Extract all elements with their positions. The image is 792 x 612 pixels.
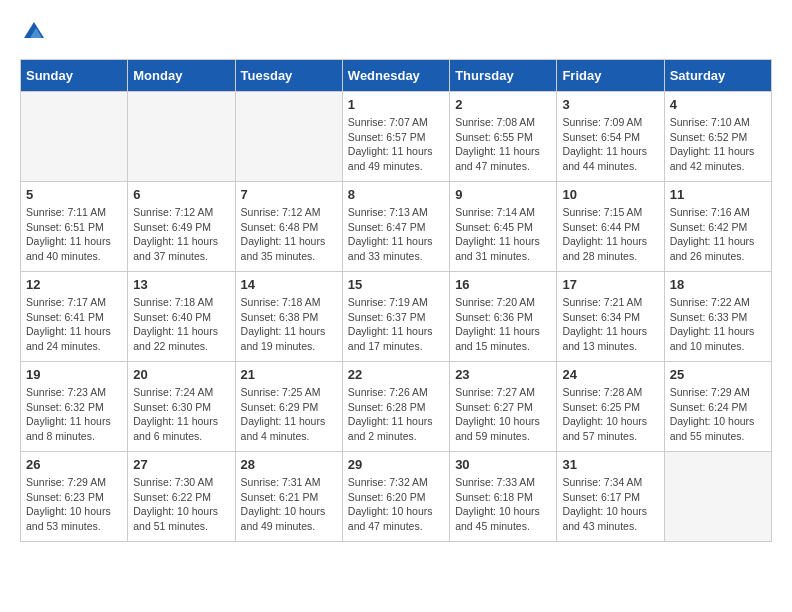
- calendar-cell: 1Sunrise: 7:07 AM Sunset: 6:57 PM Daylig…: [342, 92, 449, 182]
- calendar-cell: [128, 92, 235, 182]
- day-number: 29: [348, 457, 444, 472]
- day-info: Sunrise: 7:19 AM Sunset: 6:37 PM Dayligh…: [348, 295, 444, 354]
- week-row-2: 5Sunrise: 7:11 AM Sunset: 6:51 PM Daylig…: [21, 182, 772, 272]
- day-number: 18: [670, 277, 766, 292]
- day-number: 13: [133, 277, 229, 292]
- header-friday: Friday: [557, 60, 664, 92]
- calendar-cell: 12Sunrise: 7:17 AM Sunset: 6:41 PM Dayli…: [21, 272, 128, 362]
- day-number: 27: [133, 457, 229, 472]
- day-info: Sunrise: 7:18 AM Sunset: 6:40 PM Dayligh…: [133, 295, 229, 354]
- day-info: Sunrise: 7:33 AM Sunset: 6:18 PM Dayligh…: [455, 475, 551, 534]
- day-info: Sunrise: 7:25 AM Sunset: 6:29 PM Dayligh…: [241, 385, 337, 444]
- day-number: 11: [670, 187, 766, 202]
- day-number: 2: [455, 97, 551, 112]
- day-number: 1: [348, 97, 444, 112]
- calendar-cell: 14Sunrise: 7:18 AM Sunset: 6:38 PM Dayli…: [235, 272, 342, 362]
- day-info: Sunrise: 7:13 AM Sunset: 6:47 PM Dayligh…: [348, 205, 444, 264]
- day-info: Sunrise: 7:23 AM Sunset: 6:32 PM Dayligh…: [26, 385, 122, 444]
- calendar-cell: 6Sunrise: 7:12 AM Sunset: 6:49 PM Daylig…: [128, 182, 235, 272]
- day-number: 4: [670, 97, 766, 112]
- calendar-cell: 2Sunrise: 7:08 AM Sunset: 6:55 PM Daylig…: [450, 92, 557, 182]
- day-info: Sunrise: 7:24 AM Sunset: 6:30 PM Dayligh…: [133, 385, 229, 444]
- day-info: Sunrise: 7:26 AM Sunset: 6:28 PM Dayligh…: [348, 385, 444, 444]
- day-number: 12: [26, 277, 122, 292]
- calendar-cell: [21, 92, 128, 182]
- calendar-cell: [664, 452, 771, 542]
- day-info: Sunrise: 7:17 AM Sunset: 6:41 PM Dayligh…: [26, 295, 122, 354]
- day-number: 30: [455, 457, 551, 472]
- day-number: 9: [455, 187, 551, 202]
- calendar-cell: [235, 92, 342, 182]
- calendar-cell: 11Sunrise: 7:16 AM Sunset: 6:42 PM Dayli…: [664, 182, 771, 272]
- day-info: Sunrise: 7:11 AM Sunset: 6:51 PM Dayligh…: [26, 205, 122, 264]
- day-number: 10: [562, 187, 658, 202]
- calendar-cell: 13Sunrise: 7:18 AM Sunset: 6:40 PM Dayli…: [128, 272, 235, 362]
- day-number: 23: [455, 367, 551, 382]
- header-monday: Monday: [128, 60, 235, 92]
- day-info: Sunrise: 7:32 AM Sunset: 6:20 PM Dayligh…: [348, 475, 444, 534]
- week-row-3: 12Sunrise: 7:17 AM Sunset: 6:41 PM Dayli…: [21, 272, 772, 362]
- day-info: Sunrise: 7:31 AM Sunset: 6:21 PM Dayligh…: [241, 475, 337, 534]
- calendar-cell: 5Sunrise: 7:11 AM Sunset: 6:51 PM Daylig…: [21, 182, 128, 272]
- day-info: Sunrise: 7:34 AM Sunset: 6:17 PM Dayligh…: [562, 475, 658, 534]
- day-number: 15: [348, 277, 444, 292]
- day-number: 28: [241, 457, 337, 472]
- day-info: Sunrise: 7:16 AM Sunset: 6:42 PM Dayligh…: [670, 205, 766, 264]
- calendar-cell: 15Sunrise: 7:19 AM Sunset: 6:37 PM Dayli…: [342, 272, 449, 362]
- day-info: Sunrise: 7:18 AM Sunset: 6:38 PM Dayligh…: [241, 295, 337, 354]
- day-number: 25: [670, 367, 766, 382]
- day-number: 24: [562, 367, 658, 382]
- day-number: 5: [26, 187, 122, 202]
- day-number: 6: [133, 187, 229, 202]
- calendar-cell: 24Sunrise: 7:28 AM Sunset: 6:25 PM Dayli…: [557, 362, 664, 452]
- calendar-table: SundayMondayTuesdayWednesdayThursdayFrid…: [20, 59, 772, 542]
- day-number: 7: [241, 187, 337, 202]
- calendar-cell: 28Sunrise: 7:31 AM Sunset: 6:21 PM Dayli…: [235, 452, 342, 542]
- day-number: 20: [133, 367, 229, 382]
- page-header: [20, 20, 772, 44]
- day-info: Sunrise: 7:27 AM Sunset: 6:27 PM Dayligh…: [455, 385, 551, 444]
- logo: [20, 20, 46, 44]
- day-info: Sunrise: 7:15 AM Sunset: 6:44 PM Dayligh…: [562, 205, 658, 264]
- day-info: Sunrise: 7:12 AM Sunset: 6:48 PM Dayligh…: [241, 205, 337, 264]
- day-info: Sunrise: 7:08 AM Sunset: 6:55 PM Dayligh…: [455, 115, 551, 174]
- calendar-cell: 3Sunrise: 7:09 AM Sunset: 6:54 PM Daylig…: [557, 92, 664, 182]
- day-info: Sunrise: 7:29 AM Sunset: 6:23 PM Dayligh…: [26, 475, 122, 534]
- day-number: 17: [562, 277, 658, 292]
- day-number: 26: [26, 457, 122, 472]
- calendar-cell: 16Sunrise: 7:20 AM Sunset: 6:36 PM Dayli…: [450, 272, 557, 362]
- calendar-cell: 25Sunrise: 7:29 AM Sunset: 6:24 PM Dayli…: [664, 362, 771, 452]
- day-number: 31: [562, 457, 658, 472]
- day-info: Sunrise: 7:21 AM Sunset: 6:34 PM Dayligh…: [562, 295, 658, 354]
- logo-icon: [22, 20, 46, 44]
- day-info: Sunrise: 7:14 AM Sunset: 6:45 PM Dayligh…: [455, 205, 551, 264]
- header-saturday: Saturday: [664, 60, 771, 92]
- header-sunday: Sunday: [21, 60, 128, 92]
- calendar-cell: 30Sunrise: 7:33 AM Sunset: 6:18 PM Dayli…: [450, 452, 557, 542]
- calendar-cell: 9Sunrise: 7:14 AM Sunset: 6:45 PM Daylig…: [450, 182, 557, 272]
- day-number: 19: [26, 367, 122, 382]
- calendar-cell: 7Sunrise: 7:12 AM Sunset: 6:48 PM Daylig…: [235, 182, 342, 272]
- day-number: 14: [241, 277, 337, 292]
- day-info: Sunrise: 7:09 AM Sunset: 6:54 PM Dayligh…: [562, 115, 658, 174]
- calendar-header-row: SundayMondayTuesdayWednesdayThursdayFrid…: [21, 60, 772, 92]
- day-number: 22: [348, 367, 444, 382]
- day-number: 3: [562, 97, 658, 112]
- calendar-cell: 18Sunrise: 7:22 AM Sunset: 6:33 PM Dayli…: [664, 272, 771, 362]
- week-row-1: 1Sunrise: 7:07 AM Sunset: 6:57 PM Daylig…: [21, 92, 772, 182]
- calendar-cell: 29Sunrise: 7:32 AM Sunset: 6:20 PM Dayli…: [342, 452, 449, 542]
- day-info: Sunrise: 7:30 AM Sunset: 6:22 PM Dayligh…: [133, 475, 229, 534]
- calendar-cell: 22Sunrise: 7:26 AM Sunset: 6:28 PM Dayli…: [342, 362, 449, 452]
- calendar-cell: 26Sunrise: 7:29 AM Sunset: 6:23 PM Dayli…: [21, 452, 128, 542]
- calendar-cell: 4Sunrise: 7:10 AM Sunset: 6:52 PM Daylig…: [664, 92, 771, 182]
- week-row-5: 26Sunrise: 7:29 AM Sunset: 6:23 PM Dayli…: [21, 452, 772, 542]
- day-info: Sunrise: 7:10 AM Sunset: 6:52 PM Dayligh…: [670, 115, 766, 174]
- day-info: Sunrise: 7:29 AM Sunset: 6:24 PM Dayligh…: [670, 385, 766, 444]
- day-number: 21: [241, 367, 337, 382]
- header-wednesday: Wednesday: [342, 60, 449, 92]
- calendar-cell: 23Sunrise: 7:27 AM Sunset: 6:27 PM Dayli…: [450, 362, 557, 452]
- day-info: Sunrise: 7:20 AM Sunset: 6:36 PM Dayligh…: [455, 295, 551, 354]
- calendar-cell: 17Sunrise: 7:21 AM Sunset: 6:34 PM Dayli…: [557, 272, 664, 362]
- week-row-4: 19Sunrise: 7:23 AM Sunset: 6:32 PM Dayli…: [21, 362, 772, 452]
- day-number: 16: [455, 277, 551, 292]
